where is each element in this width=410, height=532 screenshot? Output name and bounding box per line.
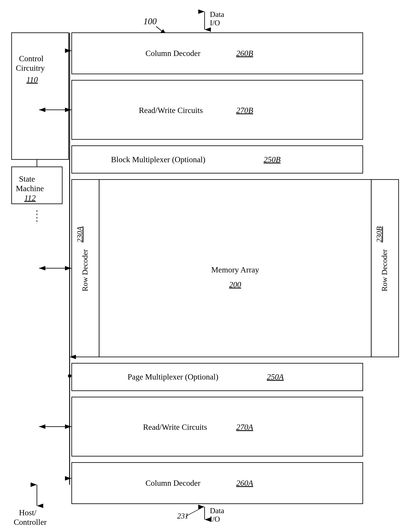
junction-dot-1 (68, 374, 71, 378)
column-decoder-b-ref: 260B (236, 49, 253, 58)
diagram-ref-100: 100 (143, 17, 157, 26)
state-machine-label: State (19, 174, 35, 183)
column-decoder-a-label: Column Decoder (146, 479, 200, 487)
data-io-top-label2: I/O (210, 19, 220, 27)
memory-array-label: Memory Array (211, 265, 259, 274)
data-io-bottom-label2: I/O (210, 515, 220, 523)
row-decoder-a-ref: 230A (75, 226, 84, 242)
memory-array-ref: 200 (229, 280, 241, 289)
host-controller-label2: Controller (14, 518, 47, 526)
host-controller-label: Host/ (19, 508, 36, 517)
row-decoder-b-label: Row Decoder (380, 249, 389, 291)
diagram-container: .block-rect { fill: white; stroke: black… (0, 0, 410, 532)
column-decoder-b-rect (72, 33, 363, 74)
rw-b-ref: 270B (236, 106, 253, 115)
rw-b-rect (72, 80, 363, 139)
column-decoder-a-rect (72, 463, 363, 504)
ref-231: 231 (177, 512, 189, 520)
block-mux-b-ref: 250B (264, 155, 281, 164)
rw-a-rect (72, 397, 363, 456)
state-machine-label2: Machine (16, 184, 44, 193)
rw-a-label: Read/Write Circuits (143, 423, 207, 431)
rw-a-ref: 270A (236, 423, 253, 431)
block-mux-b-label: Block Multiplexer (Optional) (111, 155, 205, 164)
column-decoder-a-ref: 260A (236, 479, 253, 487)
data-io-bottom-label: Data (210, 506, 224, 515)
rw-b-label: Read/Write Circuits (139, 106, 203, 115)
control-circuitry-rect (12, 33, 69, 160)
column-decoder-b-label: Column Decoder (146, 49, 200, 58)
state-machine-ref: 112 (24, 193, 36, 202)
page-mux-a-label: Page Multiplexer (Optional) (128, 372, 219, 381)
page-mux-a-ref: 250A (267, 372, 284, 381)
control-circuitry-ref: 110 (26, 75, 38, 84)
row-decoder-a-label: Row Decoder (81, 249, 89, 291)
control-circuitry-label: Control (19, 54, 44, 63)
control-circuitry-label2: Circuitry (16, 64, 45, 72)
row-decoder-b-ref: 230B (375, 226, 383, 242)
data-io-top-label: Data (210, 10, 224, 19)
schematic-svg: .block-rect { fill: white; stroke: black… (0, 0, 410, 532)
